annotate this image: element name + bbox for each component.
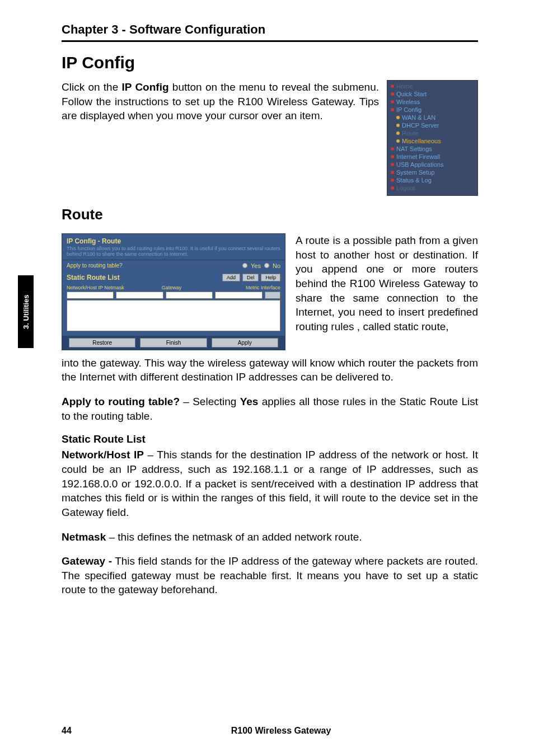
bullet-icon — [391, 100, 394, 104]
bullet-icon — [391, 108, 394, 111]
nav-firewall[interactable]: Internet Firewall — [396, 153, 440, 160]
list-label: Static Route List — [67, 274, 120, 281]
add-button[interactable]: Add — [222, 274, 240, 281]
netmask-b: Netmask — [62, 531, 106, 543]
bullet-icon — [391, 171, 394, 174]
netmask-rest: – this defines the netmask of an added n… — [106, 531, 362, 543]
panel-header: IP Config - Route — [62, 234, 285, 246]
radio-yes-label: Yes — [251, 262, 261, 269]
col-gw: Gateway — [162, 285, 209, 290]
nav-wireless[interactable]: Wireless — [396, 98, 420, 105]
bullet-icon — [391, 92, 394, 96]
nav-usb[interactable]: USB Applications — [396, 161, 443, 168]
apply-b1: Apply to routing table? — [62, 396, 180, 407]
bullet-icon — [391, 163, 394, 166]
col-metric: Metric Interface — [209, 285, 280, 290]
route-cont-text: into the gateway. This way the wireless … — [62, 356, 478, 384]
radio-no-label: No — [273, 262, 280, 269]
bullet-icon — [391, 179, 394, 182]
nav-misc[interactable]: Miscellaneous — [402, 138, 441, 144]
route-config-panel: IP Config - Route This function allows y… — [62, 233, 285, 350]
network-host-b: Network/Host IP — [62, 449, 144, 461]
side-tab-utilities: 3. Utilities — [18, 275, 34, 348]
nav-quickstart[interactable]: Quick Start — [396, 91, 427, 97]
input-ip[interactable] — [67, 292, 114, 299]
help-button[interactable]: Help — [261, 274, 280, 281]
bullet-icon — [391, 155, 394, 158]
intro-p1: Click on the — [62, 81, 122, 93]
nav-ipconfig[interactable]: IP Config — [396, 106, 421, 113]
intro-b1: IP Config — [122, 81, 169, 93]
nav-wanlan[interactable]: WAN & LAN — [402, 114, 435, 121]
apply-mid: – Selecting — [180, 396, 240, 407]
gateway-rest: This field stands for the IP address of … — [62, 555, 478, 595]
page-footer: 44 R100 Wireless Gateway — [62, 726, 478, 736]
nav-system[interactable]: System Setup — [396, 169, 434, 176]
nav-route[interactable]: Route — [402, 130, 418, 137]
del-button[interactable]: Del — [242, 274, 259, 281]
bullet-icon — [396, 132, 400, 135]
input-netmask[interactable] — [116, 292, 163, 299]
input-gateway[interactable] — [166, 292, 213, 299]
apply-line: Apply to routing table? – Selecting Yes … — [62, 395, 478, 423]
restore-button[interactable]: Restore — [69, 338, 135, 348]
network-host-text: Network/Host IP – This stands for the de… — [62, 448, 478, 519]
panel-desc: This function allows you to add routing … — [62, 246, 285, 260]
select-value: LAN — [266, 292, 277, 298]
select-interface[interactable]: LAN ▾ — [265, 292, 281, 299]
section-title: IP Config — [62, 53, 478, 72]
apply-b2: Yes — [240, 396, 259, 407]
netmask-text: Netmask – this defines the netmask of an… — [62, 530, 478, 544]
nav-dhcp[interactable]: DHCP Server — [402, 122, 439, 129]
apply-button[interactable]: Apply — [212, 338, 278, 348]
bullet-icon — [391, 186, 394, 190]
sidenav-menu: Home Quick Start Wireless IP Config WAN … — [387, 80, 478, 196]
nav-status[interactable]: Status & Log — [396, 177, 432, 184]
nav-logout[interactable]: Logout — [396, 185, 415, 191]
static-route-listbox[interactable] — [67, 300, 280, 331]
intro-paragraph: Click on the IP Config button on the men… — [62, 80, 379, 123]
radio-yes[interactable] — [242, 263, 247, 268]
bullet-icon — [396, 139, 400, 143]
apply-label: Apply to routing table? — [67, 262, 123, 269]
bullet-icon — [391, 147, 394, 151]
input-metric[interactable] — [215, 292, 262, 299]
sub-title-route: Route — [62, 206, 478, 223]
bullet-icon — [396, 116, 400, 119]
bullet-icon — [391, 84, 394, 88]
nav-home[interactable]: Home — [396, 83, 413, 90]
divider — [62, 40, 478, 42]
route-side-text: A route is a possible path from a given … — [296, 233, 478, 350]
gateway-b: Gateway - — [62, 555, 112, 567]
gateway-text: Gateway - This field stands for the IP a… — [62, 554, 478, 597]
static-route-list-title: Static Route List — [62, 433, 478, 445]
nav-nat[interactable]: NAT Settings — [396, 145, 432, 152]
page-number: 44 — [62, 726, 84, 736]
bullet-icon — [396, 124, 400, 127]
chapter-title: Chapter 3 - Software Configuration — [62, 22, 478, 37]
radio-no[interactable] — [264, 263, 269, 268]
footer-title: R100 Wireless Gateway — [84, 726, 478, 736]
col-ip: Network/Host IP Netmask — [67, 285, 162, 290]
finish-button[interactable]: Finish — [140, 338, 207, 348]
